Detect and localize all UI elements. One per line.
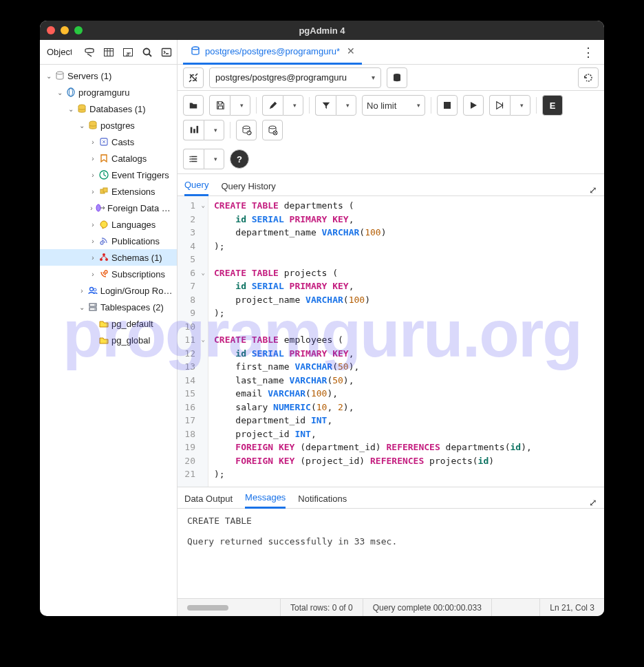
save-file-button[interactable] <box>209 95 230 116</box>
svg-line-0 <box>87 54 92 56</box>
execute-button[interactable] <box>463 95 484 116</box>
tablespace-icon <box>98 318 110 329</box>
tree-item-label: Databases (1) <box>89 104 146 114</box>
svg-point-9 <box>56 72 63 74</box>
close-icon[interactable]: ✕ <box>347 45 355 56</box>
save-file-caret[interactable]: ▾ <box>230 95 250 116</box>
svg-point-46 <box>189 156 191 158</box>
tree-item[interactable]: ›Publications <box>40 233 177 249</box>
svg-rect-1 <box>105 48 114 56</box>
servers-icon <box>54 70 66 81</box>
tree-item-label: postgres <box>100 120 135 131</box>
casts-icon <box>98 136 110 147</box>
editor-tab-label: postgres/postgres@programguru* <box>205 46 340 56</box>
sql-editor[interactable]: 1⌄23456⌄7891011⌄12131415161718192021 CRE… <box>178 196 604 487</box>
tab-query[interactable]: Query <box>184 176 208 196</box>
tree-item[interactable]: ⌄postgres <box>40 117 177 134</box>
scratch-pad-caret[interactable]: ▾ <box>204 149 224 169</box>
titlebar: pgAdmin 4 <box>40 21 604 40</box>
tree-item[interactable]: ⌄Tablespaces (2) <box>40 299 177 315</box>
expand-icon[interactable]: ⤢ <box>589 184 597 195</box>
commit-button[interactable] <box>183 120 204 140</box>
tree-item[interactable]: ›Login/Group Roles <box>40 282 177 299</box>
status-rows: Total rows: 0 of 0 <box>281 599 363 616</box>
svg-point-48 <box>189 161 191 162</box>
macro-1-button[interactable] <box>236 120 257 140</box>
connection-selector[interactable]: postgres/postgres@programguru ▾ <box>209 67 381 88</box>
catalogs-icon <box>98 153 110 164</box>
macro-2-button[interactable] <box>262 120 283 140</box>
help-button[interactable]: ? <box>230 149 249 169</box>
svg-point-23 <box>89 288 93 291</box>
subscriptions-icon <box>98 268 110 279</box>
tree-item[interactable]: ⌄Servers (1) <box>40 67 177 84</box>
explain-button[interactable] <box>489 95 510 116</box>
tree-item-label: pg_global <box>111 335 150 346</box>
tree-item-label: Tablespaces (2) <box>100 302 164 313</box>
filter-button[interactable] <box>315 95 336 116</box>
scratch-pad-button[interactable] <box>183 149 204 169</box>
tree-item-label: Servers (1) <box>67 71 111 81</box>
tree-item[interactable]: ›Catalogs <box>40 150 177 167</box>
explain-analyze-button[interactable]: E <box>542 95 563 116</box>
svg-point-18 <box>100 242 103 244</box>
svg-point-21 <box>105 258 108 261</box>
editor-tab[interactable]: postgres/postgres@programguru* ✕ <box>183 40 362 65</box>
view-data-icon[interactable] <box>103 46 115 59</box>
new-connection-button[interactable] <box>387 67 407 88</box>
limit-select[interactable]: No limit▾ <box>362 95 425 116</box>
tree-item[interactable]: ›Extensions <box>40 183 177 200</box>
connection-status-button[interactable] <box>183 67 204 88</box>
explain-caret[interactable]: ▾ <box>510 95 530 116</box>
svg-point-27 <box>94 304 96 306</box>
tab-notifications[interactable]: Notifications <box>298 489 347 508</box>
query-tool-icon[interactable] <box>83 46 96 59</box>
sidebar-tab-object[interactable]: Object <box>44 45 72 59</box>
reset-layout-button[interactable] <box>578 67 599 88</box>
tablespace-icon <box>98 335 110 346</box>
database-group-icon <box>76 103 88 114</box>
status-cursor: Ln 21, Col 3 <box>539 599 604 616</box>
tree-item[interactable]: pg_default <box>40 315 177 332</box>
kebab-menu-icon[interactable]: ⋮ <box>578 45 599 60</box>
tree-item[interactable]: ›Schemas (1) <box>40 249 177 266</box>
tree-item-label: Extensions <box>111 187 155 197</box>
status-scrollbar <box>178 599 281 616</box>
tree-item[interactable]: ›Languages <box>40 216 177 233</box>
tree-item-label: Casts <box>111 137 134 147</box>
database-icon <box>87 120 99 131</box>
tree-item[interactable]: ⌄Databases (1) <box>40 100 177 117</box>
svg-point-19 <box>103 253 105 256</box>
tree-item[interactable]: ›Casts <box>40 134 177 150</box>
filter-caret[interactable]: ▾ <box>336 95 356 116</box>
tab-messages[interactable]: Messages <box>245 488 286 509</box>
search-icon[interactable] <box>141 46 153 59</box>
expand-output-icon[interactable]: ⤢ <box>589 497 597 508</box>
publications-icon <box>98 235 110 246</box>
tree-item[interactable]: pg_global <box>40 332 177 348</box>
tree-item-label: pg_default <box>111 319 153 329</box>
tab-data-output[interactable]: Data Output <box>184 489 233 508</box>
tree-item[interactable]: ⌄programguru <box>40 84 177 100</box>
tree-item[interactable]: ›Foreign Data Wrappers <box>40 200 177 216</box>
tree-item-label: Publications <box>111 236 160 246</box>
edit-caret[interactable]: ▾ <box>283 95 303 116</box>
object-tree[interactable]: ⌄Servers (1)⌄programguru⌄Databases (1)⌄p… <box>40 65 177 616</box>
svg-rect-36 <box>196 126 198 134</box>
commit-caret[interactable]: ▾ <box>204 120 224 140</box>
open-file-button[interactable] <box>183 95 204 116</box>
svg-point-6 <box>144 48 150 54</box>
psql-icon[interactable] <box>160 46 173 59</box>
svg-point-10 <box>69 88 73 96</box>
tree-item-label: Foreign Data Wrappers <box>107 203 174 213</box>
tree-item[interactable]: ›Event Triggers <box>40 167 177 183</box>
filter-rows-icon[interactable] <box>122 46 134 59</box>
tab-query-history[interactable]: Query History <box>221 177 275 195</box>
stop-button[interactable] <box>437 95 458 116</box>
extensions-icon <box>98 186 110 197</box>
tree-item[interactable]: ›Subscriptions <box>40 266 177 282</box>
edit-button[interactable] <box>262 95 283 116</box>
svg-rect-34 <box>190 127 192 134</box>
tree-item-label: Subscriptions <box>111 269 165 279</box>
svg-point-22 <box>105 271 107 273</box>
